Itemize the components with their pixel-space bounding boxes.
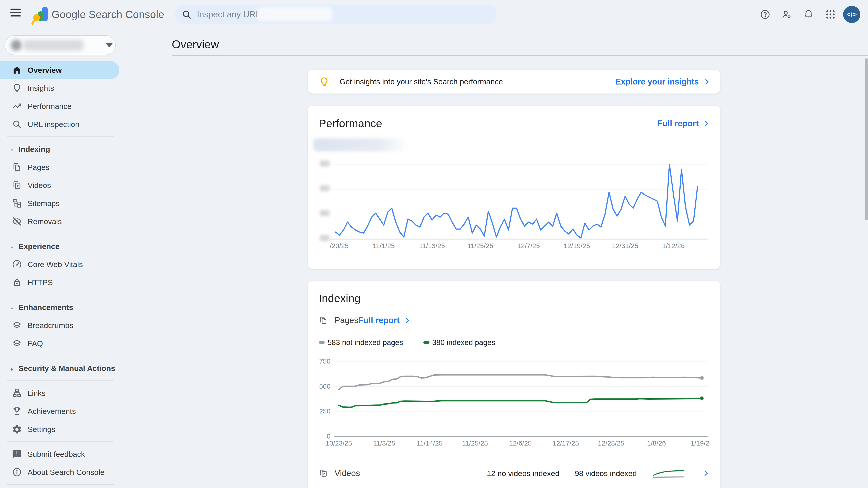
layers-icon [12,320,22,330]
sidebar-divider [7,442,114,442]
redacted-property-avatar [11,40,22,51]
indexing-line-chart[interactable]: 025050075010/23/2511/3/2511/14/2511/25/2… [316,357,710,452]
videos-label: Videos [335,468,360,478]
redacted-y-axis-label [320,210,330,216]
sidebar-item-insights[interactable]: Insights [0,79,120,97]
svg-text:11/14/25: 11/14/25 [416,440,442,447]
sidebar-item-breadcrumbs[interactable]: Breadcrumbs [0,316,120,334]
sidebar-nav: OverviewInsightsPerformanceURL inspectio… [0,61,120,488]
sidebar-item-faq[interactable]: FAQ [0,334,120,352]
explore-insights-link[interactable]: Explore your insights [616,77,720,87]
sidebar-item-videos[interactable]: Videos [0,176,120,194]
manage-users-icon[interactable] [779,0,795,29]
legend-item-indexed: 380 indexed pages [423,338,495,347]
chevron-down-icon [9,243,15,249]
pages-full-report-link[interactable]: Full report [358,316,411,325]
sidebar-item-pages[interactable]: Pages [0,158,120,176]
svg-text:12/6/25: 12/6/25 [509,440,532,447]
search-icon [182,9,192,20]
insights-banner: Get insights into your site's Search per… [308,70,720,94]
sidebar-item-submit-feedback[interactable]: Submit feedback [0,445,120,463]
sidebar-item-achievements[interactable]: Achievements [0,402,120,420]
links-icon [12,388,22,398]
sidebar-item-settings[interactable]: Settings [0,420,120,438]
search-console-logo [31,3,49,26]
svg-text:12/7/25: 12/7/25 [517,242,540,250]
redacted-metric-legend [313,138,408,151]
trophy-icon [12,406,22,416]
videos-icon [12,180,22,191]
sitemaps-icon [12,198,22,208]
svg-text:12/19/25: 12/19/25 [564,242,590,250]
svg-text:12/17/25: 12/17/25 [553,440,579,447]
sidebar-item-core-web-vitals[interactable]: Core Web Vitals [0,255,120,273]
redacted-y-axis-label [320,235,330,241]
sidebar-divider [7,484,114,485]
indexing-legend: 583 not indexed pages 380 indexed pages [319,338,516,347]
sidebar-divider [7,136,114,137]
svg-text:11/13/25: 11/13/25 [419,242,445,250]
chevron-down-icon [9,304,15,310]
svg-text:11/3/25: 11/3/25 [373,440,395,447]
performance-line-chart[interactable]: 10/20/2511/1/2511/13/2511/25/2512/7/2512… [330,158,710,253]
pages-row: Pages Full report [319,312,710,328]
title-divider [172,55,868,56]
url-inspect-search-input[interactable]: Inspect any URL in [175,4,497,24]
videos-icon [319,468,328,478]
menu-icon[interactable] [10,8,21,20]
chevron-right-icon[interactable] [702,469,710,477]
help-icon[interactable] [757,0,773,29]
gray-dash-icon [319,341,325,344]
sidebar-item-sitemaps[interactable]: Sitemaps [0,194,120,213]
videos-sparkline-chart [653,466,684,480]
sidebar-section-enhancements[interactable]: Enhancements [0,298,120,316]
pages-label: Pages [335,316,358,325]
app-title: Google Search Console [52,0,164,29]
property-selector[interactable] [4,35,116,55]
sidebar-section-experience[interactable]: Experience [0,237,120,255]
videos-indexed-count: 98 videos indexed [575,469,637,478]
sidebar-item-performance[interactable]: Performance [0,97,120,115]
lock-icon [12,277,22,288]
chevron-down-icon [106,43,113,47]
sidebar: OverviewInsightsPerformanceURL inspectio… [0,0,120,488]
lightbulb-icon [319,76,330,87]
svg-text:750: 750 [319,357,331,365]
redacted-property-name [23,40,84,51]
svg-text:1/19/26: 1/19/26 [690,440,710,447]
indexing-card: Indexing Pages Full report 583 not index… [308,281,720,488]
pages-icon [319,316,328,325]
sidebar-section-security-manual-actions[interactable]: Security & Manual Actions [0,359,120,377]
svg-text:10/23/25: 10/23/25 [326,440,352,447]
redacted-property-url [258,7,332,21]
search-icon [12,119,22,129]
redacted-y-axis-label [320,160,330,166]
account-avatar[interactable]: </> [843,6,860,23]
videos-row[interactable]: Videos 12 no videos indexed 98 videos in… [319,465,710,482]
sidebar-item-url-inspection[interactable]: URL inspection [0,115,120,133]
chevron-right-icon [702,120,710,127]
sidebar-section-indexing[interactable]: Indexing [0,140,120,158]
page-title: Overview [172,38,219,51]
notifications-icon[interactable] [801,0,816,29]
performance-card-title: Performance [319,117,382,130]
svg-text:10/20/25: 10/20/25 [330,242,348,250]
feedback-icon [12,449,22,459]
vertical-scrollbar[interactable] [865,59,868,220]
sidebar-item-https[interactable]: HTTPS [0,273,120,291]
apps-grid-icon[interactable] [823,0,838,29]
indexing-card-title: Indexing [319,292,361,304]
sidebar-item-links[interactable]: Links [0,384,120,402]
home-icon [12,65,22,75]
main-content: Overview Get insights into your site's S… [120,29,868,488]
sidebar-item-about-search-console[interactable]: About Search Console [0,463,120,481]
sidebar-item-overview[interactable]: Overview [0,61,119,79]
videos-stats: 12 no videos indexed 98 videos indexed [471,466,710,480]
svg-text:250: 250 [319,408,331,415]
lightbulb-icon [12,83,22,93]
sidebar-divider [7,381,114,381]
performance-full-report-link[interactable]: Full report [657,119,710,128]
sidebar-item-removals[interactable]: Removals [0,213,120,230]
svg-text:11/25/25: 11/25/25 [467,242,493,250]
sidebar-divider [7,234,114,234]
